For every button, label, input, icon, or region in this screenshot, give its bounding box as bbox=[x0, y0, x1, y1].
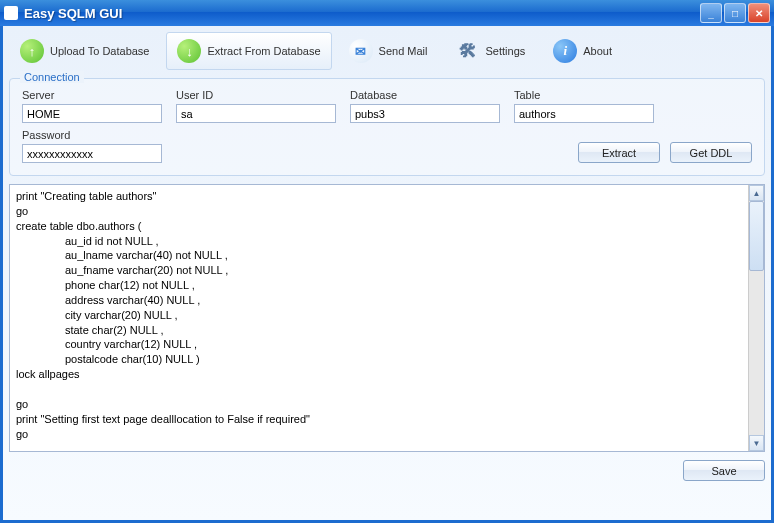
settings-button[interactable]: 🛠 Settings bbox=[445, 32, 537, 70]
tools-icon: 🛠 bbox=[456, 39, 480, 63]
about-button[interactable]: i About bbox=[542, 32, 623, 70]
userid-label: User ID bbox=[176, 89, 336, 101]
toolbar-label: Send Mail bbox=[379, 45, 428, 57]
toolbar-label: Settings bbox=[486, 45, 526, 57]
send-mail-button[interactable]: ✉ Send Mail bbox=[338, 32, 439, 70]
database-label: Database bbox=[350, 89, 500, 101]
table-label: Table bbox=[514, 89, 654, 101]
sql-output[interactable]: print "Creating table authors" go create… bbox=[10, 185, 748, 451]
title-bar: Easy SQLM GUI _ □ ✕ bbox=[0, 0, 774, 26]
scroll-thumb[interactable] bbox=[749, 201, 764, 271]
extract-action-button[interactable]: Extract bbox=[578, 142, 660, 163]
toolbar-label: Upload To Database bbox=[50, 45, 149, 57]
database-input[interactable] bbox=[350, 104, 500, 123]
app-icon bbox=[4, 6, 18, 20]
scroll-down-icon[interactable]: ▼ bbox=[749, 435, 764, 451]
arrow-down-icon: ↓ bbox=[177, 39, 201, 63]
get-ddl-button[interactable]: Get DDL bbox=[670, 142, 752, 163]
info-icon: i bbox=[553, 39, 577, 63]
save-button[interactable]: Save bbox=[683, 460, 765, 481]
server-label: Server bbox=[22, 89, 162, 101]
table-input[interactable] bbox=[514, 104, 654, 123]
close-button[interactable]: ✕ bbox=[748, 3, 770, 23]
toolbar: ↑ Upload To Database ↓ Extract From Data… bbox=[9, 32, 765, 70]
scroll-up-icon[interactable]: ▲ bbox=[749, 185, 764, 201]
password-label: Password bbox=[22, 129, 162, 141]
envelope-icon: ✉ bbox=[349, 39, 373, 63]
group-legend: Connection bbox=[20, 71, 84, 83]
output-panel: print "Creating table authors" go create… bbox=[9, 184, 765, 452]
userid-input[interactable] bbox=[176, 104, 336, 123]
connection-group: Connection Server User ID Database Table… bbox=[9, 78, 765, 176]
password-input[interactable] bbox=[22, 144, 162, 163]
arrow-up-icon: ↑ bbox=[20, 39, 44, 63]
extract-button[interactable]: ↓ Extract From Database bbox=[166, 32, 331, 70]
toolbar-label: Extract From Database bbox=[207, 45, 320, 57]
window-title: Easy SQLM GUI bbox=[24, 6, 698, 21]
minimize-button[interactable]: _ bbox=[700, 3, 722, 23]
scrollbar[interactable]: ▲ ▼ bbox=[748, 185, 764, 451]
upload-button[interactable]: ↑ Upload To Database bbox=[9, 32, 160, 70]
server-input[interactable] bbox=[22, 104, 162, 123]
maximize-button[interactable]: □ bbox=[724, 3, 746, 23]
toolbar-label: About bbox=[583, 45, 612, 57]
scroll-track[interactable] bbox=[749, 201, 764, 435]
